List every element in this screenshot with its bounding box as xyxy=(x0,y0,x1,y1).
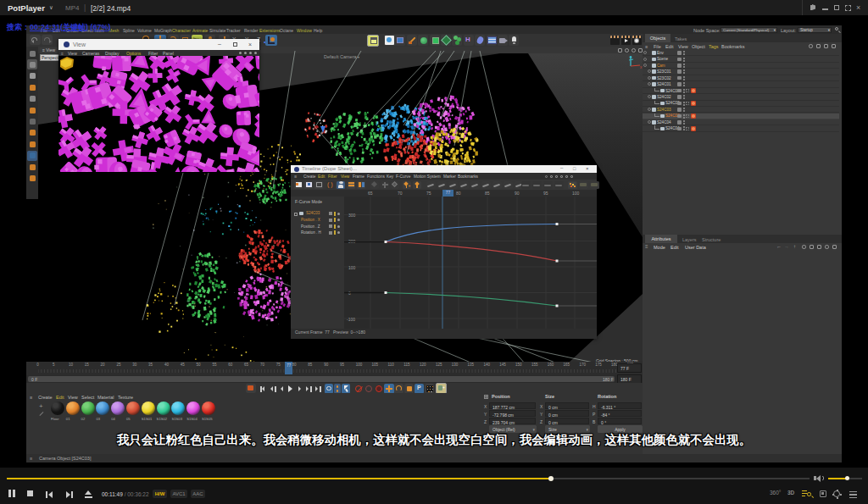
svg-text:-100: -100 xyxy=(347,317,355,322)
svg-text:100: 100 xyxy=(348,265,356,270)
svg-text:300: 300 xyxy=(348,213,356,218)
